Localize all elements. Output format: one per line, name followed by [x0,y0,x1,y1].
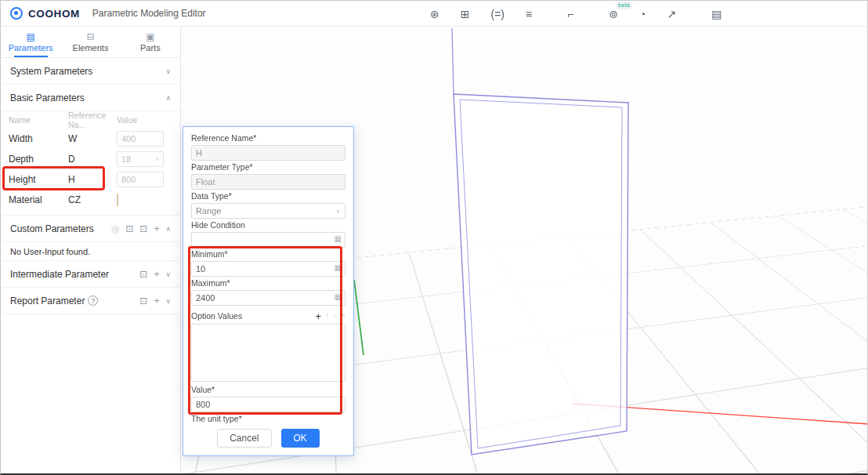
preview-icon[interactable]: ◎ [111,223,119,234]
chevron-down-icon: ∨ [336,208,340,215]
section-system-parameters[interactable]: System Parameters ∨ [1,58,180,85]
param-ref: H [68,174,117,185]
dialog-footer: Cancel OK [191,429,345,448]
section-custom-parameters[interactable]: Custom Parameters ◎ ⊡ ⊡ + ∧ [1,216,180,242]
column-name: Name [9,115,68,125]
editor-subtitle: Parametric Modeling Editor [92,8,206,19]
beta-badge: beta [616,2,632,9]
hide-condition-label: Hide Condition [191,220,345,230]
chevron-down-icon: ∨ [155,156,159,162]
width-value-input[interactable]: 400 [117,131,164,147]
tab-elements[interactable]: ⊟ Elements [60,27,120,57]
formula-icon[interactable]: ▦ [335,264,342,272]
add-option-icon[interactable]: + [316,311,322,321]
coohom-logo-icon [10,7,23,20]
height-value-input[interactable]: 800 [117,172,164,187]
bom-list-icon[interactable]: ≡ [526,9,532,20]
share-icon[interactable]: ↗ [667,9,677,20]
tab-label: Parameters [9,43,53,53]
align-constraint-icon[interactable]: (=) [490,9,505,20]
brand[interactable]: COOHOM [1,7,80,20]
chevron-up-icon[interactable]: ∧ [165,94,171,102]
array-icon[interactable]: ⊞ [461,9,470,20]
minimum-input[interactable] [196,264,324,274]
value-input[interactable] [196,400,324,409]
tab-label: Parts [140,43,161,53]
table-row-material: Material CZ [9,190,172,210]
move-up-icon[interactable]: ↑ [325,312,329,320]
section-title: Intermediate Parameter [10,269,109,280]
parameter-type-field: Float [191,174,345,190]
add-parameter-icon[interactable]: + [154,269,159,280]
param-ref: W [68,133,117,144]
elements-icon: ⊟ [86,32,94,42]
tab-parts[interactable]: ▣ Parts [121,27,180,57]
minimum-label: Minimum* [191,249,345,259]
reference-name-label: Reference Name* [191,133,345,143]
group-icon[interactable]: ⊛ [430,9,439,20]
section-intermediate-parameter[interactable]: Intermediate Parameter ⊡ + ∨ [1,261,180,288]
toolbar-icons: ⊛ ⊞ (=) ≡ ⌐ ⊚ beta ◔ ↗ ▤ [430,1,722,27]
tab-label: Elements [73,43,109,53]
param-name: Width [9,133,68,144]
param-ref: CZ [68,194,117,205]
option-values-list[interactable] [191,324,345,382]
import-parameter-icon[interactable]: ⊡ [139,269,147,280]
basic-parameters-table: Name Reference Na... Value Width W 400 D… [1,111,180,216]
section-report-parameter[interactable]: Report Parameter ? ⊡ + ∨ [1,288,180,314]
cancel-button[interactable]: Cancel [217,429,271,448]
value-label: Value* [191,385,345,395]
section-title: Custom Parameters [10,223,94,234]
reference-name-field: H [191,145,345,161]
section-basic-parameters[interactable]: Basic Parameters ∧ [1,85,180,111]
option-values-label: Option Values [191,311,242,321]
parts-icon: ▣ [146,32,154,42]
chevron-down-icon[interactable]: ∨ [165,67,171,75]
section-icon[interactable]: ⌐ [567,9,573,20]
import-parameter-icon[interactable]: ⊡ [125,223,133,234]
maximum-input[interactable] [196,293,324,303]
help-icon[interactable]: ? [88,296,98,306]
model-check-icon[interactable]: ⊚ beta [609,9,618,20]
maximum-field[interactable]: ▦ [191,290,345,306]
chevron-down-icon[interactable]: ∨ [165,297,171,305]
table-header: Name Reference Na... Value [9,111,172,129]
param-name: Height [9,174,68,185]
parametric-modeling-editor-window: COOHOM Parametric Modeling Editor ⊛ ⊞ (=… [0,0,868,475]
data-type-select[interactable]: Range ∨ [191,203,345,219]
table-row-depth: Depth D 18∨ [9,149,172,169]
material-swatch[interactable] [117,194,118,206]
ok-button[interactable]: OK [281,429,320,448]
tab-parameters[interactable]: ▤ Parameters [1,27,60,57]
export-parameter-icon[interactable]: ⊡ [139,223,147,234]
z-edge-line [452,28,454,94]
formula-icon[interactable]: ▦ [335,235,342,243]
param-name: Depth [9,154,68,165]
hide-condition-input[interactable] [196,235,324,245]
table-row-width: Width W 400 [9,129,172,149]
chevron-down-icon[interactable]: ∨ [165,270,171,278]
add-parameter-icon[interactable]: + [154,223,159,234]
parameter-type-label: Parameter Type* [191,162,345,172]
chevron-up-icon[interactable]: ∧ [165,225,171,233]
move-down-icon[interactable]: ↓ [333,312,337,320]
add-parameter-icon[interactable]: + [154,296,159,306]
depth-value-select[interactable]: 18∨ [117,151,164,167]
import-parameter-icon[interactable]: ⊡ [139,296,147,306]
y-axis-line [354,280,363,355]
param-ref: D [68,154,117,165]
value-field[interactable] [191,397,345,412]
hide-condition-field[interactable]: ▦ [191,232,345,248]
maximum-label: Maximum* [191,278,345,288]
unit-type-label: The unit type* [191,414,345,424]
section-title: System Parameters [10,66,92,77]
export-icon[interactable]: ▤ [711,9,722,20]
delete-option-icon[interactable]: × [341,312,345,320]
data-type-label: Data Type* [191,191,345,201]
column-value: Value [117,115,172,125]
section-title: Report Parameter ? [10,296,98,306]
formula-icon[interactable]: ▦ [335,293,342,301]
history-icon[interactable]: ◔ [639,9,646,20]
param-name: Material [9,194,68,205]
minimum-field[interactable]: ▦ [191,261,345,277]
